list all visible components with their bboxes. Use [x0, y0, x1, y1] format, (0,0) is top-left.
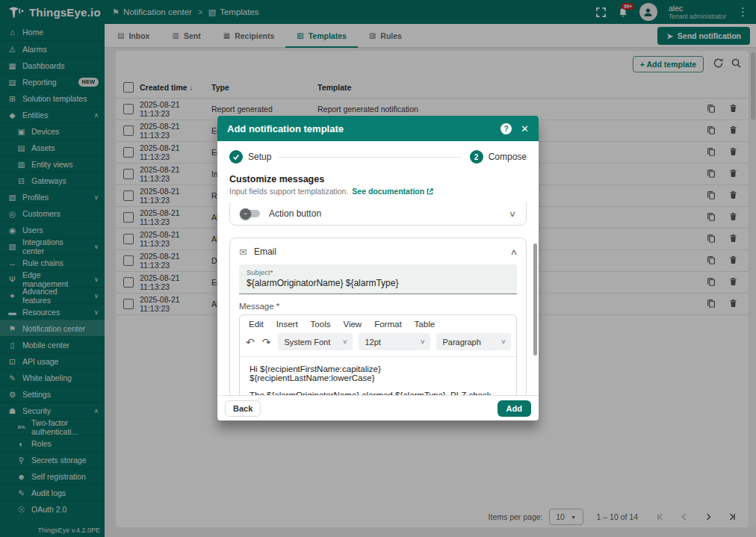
- email-section-label: Email: [254, 246, 276, 257]
- font-family-select[interactable]: System Font∨: [278, 333, 353, 350]
- email-icon: ✉: [239, 246, 247, 258]
- action-button-toggle[interactable]: −: [241, 210, 260, 217]
- back-button[interactable]: Back: [225, 400, 261, 417]
- dialog-scrollbar-thumb[interactable]: [533, 243, 537, 356]
- subject-label: Subject*: [247, 268, 509, 276]
- email-section: ✉ Email ∧ Subject* ${alarmOriginatorName…: [229, 238, 527, 396]
- stepper-line: [279, 157, 462, 158]
- step-setup-check-icon[interactable]: [229, 150, 243, 164]
- toggle-knob: −: [240, 208, 251, 220]
- menu-table[interactable]: Table: [415, 320, 436, 329]
- chevron-down-icon: ∨: [420, 338, 426, 345]
- add-notification-template-dialog: Add notification template ? ✕ Setup 2 Co…: [217, 116, 539, 420]
- menu-format[interactable]: Format: [374, 320, 401, 329]
- email-section-header[interactable]: ✉ Email ∧: [230, 240, 526, 263]
- dialog-scroll-area: − Action button ∨ ✉ Email ∧ Subject* ${a…: [217, 202, 539, 396]
- chevron-down-icon: ∨: [501, 338, 506, 345]
- editor-selects: System Font∨12pt∨Paragraph∨: [278, 333, 511, 350]
- menu-edit[interactable]: Edit: [249, 320, 264, 329]
- editor-toolbar: ↶ ↷ System Font∨12pt∨Paragraph∨ ⋯: [240, 330, 516, 356]
- editor-menubar: EditInsertToolsViewFormatTable: [240, 315, 516, 330]
- editor-content[interactable]: Hi ${recipientFirstName:capitalize} ${re…: [240, 357, 516, 396]
- font-size-select[interactable]: 12pt∨: [359, 333, 430, 350]
- rich-text-editor: EditInsertToolsViewFormatTable ↶ ↷ Syste…: [239, 314, 517, 396]
- chevron-up-icon[interactable]: ∧: [510, 247, 518, 257]
- select-value: 12pt: [365, 338, 380, 347]
- message-label: Message *: [239, 302, 517, 311]
- redo-icon[interactable]: ↷: [262, 336, 271, 348]
- message-line: Hi ${recipientFirstName:capitalize} ${re…: [250, 364, 506, 382]
- undo-icon[interactable]: ↶: [246, 336, 255, 348]
- action-button-section: − Action button ∨: [229, 202, 527, 226]
- templatization-hint: Input fields support templatization. See…: [229, 187, 527, 196]
- dialog-title: Add notification template: [227, 123, 492, 134]
- chevron-down-icon: ∨: [342, 338, 348, 345]
- add-button[interactable]: Add: [498, 400, 531, 417]
- action-button-label: Action button: [269, 208, 321, 219]
- menu-insert[interactable]: Insert: [276, 320, 298, 329]
- block-format-select[interactable]: Paragraph∨: [436, 333, 511, 350]
- subject-value: ${alarmOriginatorName} ${alarmType}: [247, 278, 509, 288]
- menu-tools[interactable]: Tools: [311, 320, 331, 329]
- help-icon[interactable]: ?: [501, 123, 512, 134]
- select-value: Paragraph: [442, 338, 480, 347]
- action-button-row: − Action button ∨: [241, 208, 515, 219]
- external-link-icon: [427, 188, 433, 195]
- stepper: Setup 2 Compose: [229, 149, 527, 165]
- step-setup-label[interactable]: Setup: [248, 152, 271, 162]
- dialog-footer: Back Add: [217, 396, 539, 420]
- see-documentation-link[interactable]: See documentation: [352, 187, 433, 196]
- menu-view[interactable]: View: [343, 320, 362, 329]
- customize-messages-title: Customize messages: [229, 174, 527, 184]
- dialog-header: Add notification template ? ✕: [217, 116, 539, 141]
- subject-field[interactable]: Subject* ${alarmOriginatorName} ${alarmT…: [239, 264, 517, 294]
- close-icon[interactable]: ✕: [521, 123, 529, 134]
- message-line: The ${alarmOriginatorName} alarmed ${ala…: [250, 391, 506, 396]
- step-compose-label[interactable]: Compose: [489, 152, 527, 162]
- select-value: System Font: [284, 338, 330, 347]
- step-compose-number[interactable]: 2: [470, 150, 483, 164]
- chevron-down-icon[interactable]: ∨: [509, 209, 517, 219]
